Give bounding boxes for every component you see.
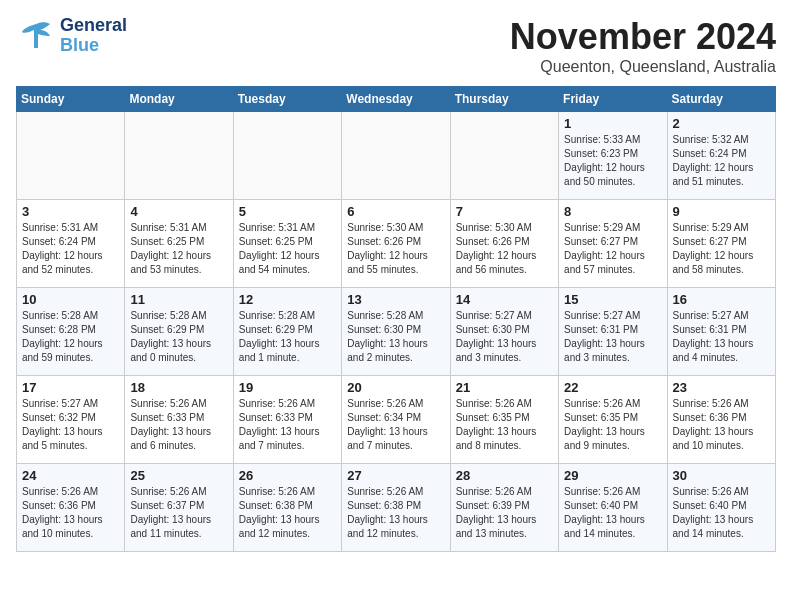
day-info: Sunrise: 5:32 AM Sunset: 6:24 PM Dayligh… <box>673 133 770 189</box>
title-block: November 2024 Queenton, Queensland, Aust… <box>510 16 776 76</box>
calendar-cell <box>342 112 450 200</box>
day-number: 8 <box>564 204 661 219</box>
calendar-table: SundayMondayTuesdayWednesdayThursdayFrid… <box>16 86 776 552</box>
calendar-cell: 11Sunrise: 5:28 AM Sunset: 6:29 PM Dayli… <box>125 288 233 376</box>
calendar-cell: 25Sunrise: 5:26 AM Sunset: 6:37 PM Dayli… <box>125 464 233 552</box>
calendar-cell: 15Sunrise: 5:27 AM Sunset: 6:31 PM Dayli… <box>559 288 667 376</box>
calendar-week: 10Sunrise: 5:28 AM Sunset: 6:28 PM Dayli… <box>17 288 776 376</box>
day-info: Sunrise: 5:31 AM Sunset: 6:25 PM Dayligh… <box>130 221 227 277</box>
calendar-cell <box>125 112 233 200</box>
day-info: Sunrise: 5:29 AM Sunset: 6:27 PM Dayligh… <box>564 221 661 277</box>
day-info: Sunrise: 5:28 AM Sunset: 6:28 PM Dayligh… <box>22 309 119 365</box>
day-number: 17 <box>22 380 119 395</box>
day-info: Sunrise: 5:26 AM Sunset: 6:38 PM Dayligh… <box>347 485 444 541</box>
calendar-header: SundayMondayTuesdayWednesdayThursdayFrid… <box>17 87 776 112</box>
day-number: 10 <box>22 292 119 307</box>
location: Queenton, Queensland, Australia <box>510 58 776 76</box>
calendar-cell: 22Sunrise: 5:26 AM Sunset: 6:35 PM Dayli… <box>559 376 667 464</box>
day-number: 29 <box>564 468 661 483</box>
weekday-header: Wednesday <box>342 87 450 112</box>
day-number: 16 <box>673 292 770 307</box>
calendar-cell: 7Sunrise: 5:30 AM Sunset: 6:26 PM Daylig… <box>450 200 558 288</box>
calendar-cell: 14Sunrise: 5:27 AM Sunset: 6:30 PM Dayli… <box>450 288 558 376</box>
day-number: 2 <box>673 116 770 131</box>
day-number: 27 <box>347 468 444 483</box>
calendar-cell: 18Sunrise: 5:26 AM Sunset: 6:33 PM Dayli… <box>125 376 233 464</box>
day-number: 22 <box>564 380 661 395</box>
day-info: Sunrise: 5:33 AM Sunset: 6:23 PM Dayligh… <box>564 133 661 189</box>
calendar-cell: 24Sunrise: 5:26 AM Sunset: 6:36 PM Dayli… <box>17 464 125 552</box>
weekday-header: Thursday <box>450 87 558 112</box>
calendar-cell: 10Sunrise: 5:28 AM Sunset: 6:28 PM Dayli… <box>17 288 125 376</box>
calendar-cell: 2Sunrise: 5:32 AM Sunset: 6:24 PM Daylig… <box>667 112 775 200</box>
day-info: Sunrise: 5:29 AM Sunset: 6:27 PM Dayligh… <box>673 221 770 277</box>
day-info: Sunrise: 5:26 AM Sunset: 6:38 PM Dayligh… <box>239 485 336 541</box>
calendar-week: 17Sunrise: 5:27 AM Sunset: 6:32 PM Dayli… <box>17 376 776 464</box>
day-number: 14 <box>456 292 553 307</box>
weekday-header: Tuesday <box>233 87 341 112</box>
day-number: 28 <box>456 468 553 483</box>
day-info: Sunrise: 5:26 AM Sunset: 6:37 PM Dayligh… <box>130 485 227 541</box>
day-info: Sunrise: 5:30 AM Sunset: 6:26 PM Dayligh… <box>347 221 444 277</box>
day-number: 25 <box>130 468 227 483</box>
calendar-week: 1Sunrise: 5:33 AM Sunset: 6:23 PM Daylig… <box>17 112 776 200</box>
day-info: Sunrise: 5:26 AM Sunset: 6:40 PM Dayligh… <box>673 485 770 541</box>
calendar-week: 24Sunrise: 5:26 AM Sunset: 6:36 PM Dayli… <box>17 464 776 552</box>
calendar-cell: 12Sunrise: 5:28 AM Sunset: 6:29 PM Dayli… <box>233 288 341 376</box>
month-title: November 2024 <box>510 16 776 58</box>
logo-blue: Blue <box>60 36 127 56</box>
calendar-cell: 13Sunrise: 5:28 AM Sunset: 6:30 PM Dayli… <box>342 288 450 376</box>
calendar-cell: 17Sunrise: 5:27 AM Sunset: 6:32 PM Dayli… <box>17 376 125 464</box>
calendar-cell <box>17 112 125 200</box>
day-number: 11 <box>130 292 227 307</box>
day-number: 18 <box>130 380 227 395</box>
day-number: 6 <box>347 204 444 219</box>
calendar-cell: 3Sunrise: 5:31 AM Sunset: 6:24 PM Daylig… <box>17 200 125 288</box>
day-number: 4 <box>130 204 227 219</box>
day-info: Sunrise: 5:26 AM Sunset: 6:36 PM Dayligh… <box>673 397 770 453</box>
day-number: 24 <box>22 468 119 483</box>
day-number: 21 <box>456 380 553 395</box>
weekday-header: Monday <box>125 87 233 112</box>
calendar-cell <box>450 112 558 200</box>
calendar-cell: 23Sunrise: 5:26 AM Sunset: 6:36 PM Dayli… <box>667 376 775 464</box>
calendar-cell: 26Sunrise: 5:26 AM Sunset: 6:38 PM Dayli… <box>233 464 341 552</box>
day-info: Sunrise: 5:26 AM Sunset: 6:34 PM Dayligh… <box>347 397 444 453</box>
calendar-cell: 4Sunrise: 5:31 AM Sunset: 6:25 PM Daylig… <box>125 200 233 288</box>
day-number: 15 <box>564 292 661 307</box>
weekday-header: Friday <box>559 87 667 112</box>
logo: General Blue <box>16 16 127 56</box>
weekday-header: Sunday <box>17 87 125 112</box>
day-info: Sunrise: 5:27 AM Sunset: 6:31 PM Dayligh… <box>673 309 770 365</box>
page-header: General Blue November 2024 Queenton, Que… <box>16 16 776 76</box>
day-info: Sunrise: 5:26 AM Sunset: 6:33 PM Dayligh… <box>239 397 336 453</box>
day-info: Sunrise: 5:27 AM Sunset: 6:31 PM Dayligh… <box>564 309 661 365</box>
calendar-cell: 9Sunrise: 5:29 AM Sunset: 6:27 PM Daylig… <box>667 200 775 288</box>
day-number: 13 <box>347 292 444 307</box>
day-info: Sunrise: 5:28 AM Sunset: 6:30 PM Dayligh… <box>347 309 444 365</box>
calendar-cell: 6Sunrise: 5:30 AM Sunset: 6:26 PM Daylig… <box>342 200 450 288</box>
day-info: Sunrise: 5:27 AM Sunset: 6:30 PM Dayligh… <box>456 309 553 365</box>
day-number: 3 <box>22 204 119 219</box>
calendar-cell: 20Sunrise: 5:26 AM Sunset: 6:34 PM Dayli… <box>342 376 450 464</box>
day-number: 19 <box>239 380 336 395</box>
logo-icon <box>16 16 56 56</box>
day-number: 7 <box>456 204 553 219</box>
day-info: Sunrise: 5:26 AM Sunset: 6:36 PM Dayligh… <box>22 485 119 541</box>
day-info: Sunrise: 5:26 AM Sunset: 6:33 PM Dayligh… <box>130 397 227 453</box>
day-number: 5 <box>239 204 336 219</box>
day-info: Sunrise: 5:26 AM Sunset: 6:39 PM Dayligh… <box>456 485 553 541</box>
calendar-cell: 8Sunrise: 5:29 AM Sunset: 6:27 PM Daylig… <box>559 200 667 288</box>
day-info: Sunrise: 5:26 AM Sunset: 6:35 PM Dayligh… <box>456 397 553 453</box>
calendar-cell: 21Sunrise: 5:26 AM Sunset: 6:35 PM Dayli… <box>450 376 558 464</box>
calendar-cell: 5Sunrise: 5:31 AM Sunset: 6:25 PM Daylig… <box>233 200 341 288</box>
calendar-cell: 1Sunrise: 5:33 AM Sunset: 6:23 PM Daylig… <box>559 112 667 200</box>
calendar-cell: 19Sunrise: 5:26 AM Sunset: 6:33 PM Dayli… <box>233 376 341 464</box>
calendar-cell: 16Sunrise: 5:27 AM Sunset: 6:31 PM Dayli… <box>667 288 775 376</box>
day-info: Sunrise: 5:26 AM Sunset: 6:35 PM Dayligh… <box>564 397 661 453</box>
day-number: 1 <box>564 116 661 131</box>
day-number: 9 <box>673 204 770 219</box>
logo-general: General <box>60 16 127 36</box>
day-number: 26 <box>239 468 336 483</box>
calendar-cell: 29Sunrise: 5:26 AM Sunset: 6:40 PM Dayli… <box>559 464 667 552</box>
